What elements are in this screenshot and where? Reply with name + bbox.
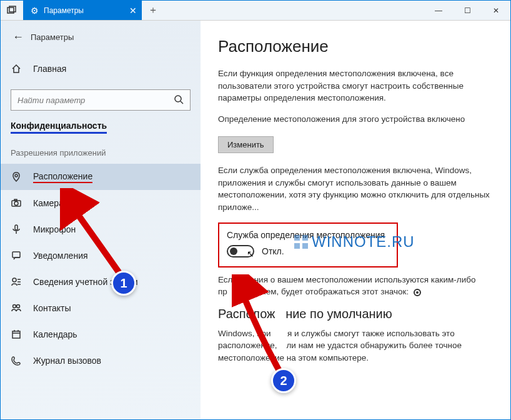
section-title: Конфиденциальность	[1, 121, 201, 133]
sidebar-item-label: Календарь	[33, 329, 77, 339]
app-label: Параметры	[31, 32, 74, 42]
active-tab[interactable]: ⚙ Параметры ✕	[23, 1, 142, 20]
home-label: Главная	[33, 64, 66, 74]
svg-point-6	[14, 202, 18, 206]
microphone-icon	[11, 224, 22, 234]
gear-icon: ⚙	[31, 6, 39, 16]
sidebar-item-label: Журнал вызовов	[33, 356, 101, 366]
sidebar-item-location[interactable]: Расположение	[1, 164, 201, 190]
title-bar: ⚙ Параметры ✕ ＋ — ☐ ✕	[1, 1, 510, 21]
sidebar-item-label: Контакты	[33, 303, 71, 313]
svg-point-4	[15, 174, 17, 177]
minimize-button[interactable]: —	[424, 1, 453, 20]
change-button[interactable]: Изменить	[218, 136, 274, 153]
notifications-icon	[11, 251, 22, 261]
sidebar-item-label: Расположение	[33, 171, 92, 183]
svg-point-14	[13, 305, 16, 308]
tab-label: Параметры	[44, 6, 84, 15]
annotation-marker-2: 2	[271, 368, 296, 393]
watermark-logo-icon	[294, 235, 308, 249]
watermark: WINNOTE.RU	[294, 233, 415, 251]
taskview-button[interactable]	[1, 1, 23, 20]
camera-icon	[11, 198, 22, 208]
svg-point-15	[17, 305, 20, 308]
sidebar-item-contacts[interactable]: Контакты	[1, 295, 201, 321]
cursor-icon: ↖	[247, 249, 254, 259]
search-input[interactable]	[17, 96, 174, 105]
svg-point-2	[175, 96, 181, 102]
location-icon	[11, 172, 22, 182]
close-button[interactable]: ✕	[482, 1, 510, 20]
sidebar-item-label: Камера	[33, 198, 64, 208]
page-title: Расположение	[218, 37, 493, 56]
group-label: Разрешения приложений	[1, 133, 201, 164]
search-box[interactable]	[11, 89, 191, 111]
svg-rect-9	[12, 252, 20, 258]
maximize-button[interactable]: ☐	[453, 1, 482, 20]
location-usage-indicator-icon	[414, 289, 421, 296]
taskview-icon	[7, 6, 17, 16]
status-line: Определение местоположения для этого уст…	[218, 113, 493, 126]
svg-line-3	[181, 101, 183, 104]
sidebar-item-calendar[interactable]: Календарь	[1, 321, 201, 348]
tab-close-icon[interactable]: ✕	[129, 6, 137, 16]
back-button[interactable]: ←	[6, 24, 31, 49]
svg-rect-8	[15, 225, 17, 230]
new-tab-button[interactable]: ＋	[142, 1, 164, 20]
account-info-icon	[11, 277, 22, 287]
svg-rect-7	[14, 199, 17, 201]
annotation-marker-1: 1	[111, 271, 136, 296]
contacts-icon	[11, 303, 22, 313]
svg-point-10	[12, 278, 16, 282]
intro-text: Если функция определения местоположения …	[218, 68, 493, 104]
home-icon	[11, 64, 22, 74]
toggle-state: Откл.	[262, 246, 284, 256]
window-controls: — ☐ ✕	[424, 1, 510, 20]
calendar-icon	[11, 329, 22, 339]
search-icon	[174, 94, 184, 106]
svg-rect-16	[12, 331, 20, 338]
call-history-icon	[11, 356, 22, 366]
sidebar-item-call-history[interactable]: Журнал вызовов	[1, 348, 201, 374]
sidebar-home[interactable]: Главная	[1, 56, 201, 82]
service-description: Если служба определения местоположения в…	[218, 164, 493, 213]
